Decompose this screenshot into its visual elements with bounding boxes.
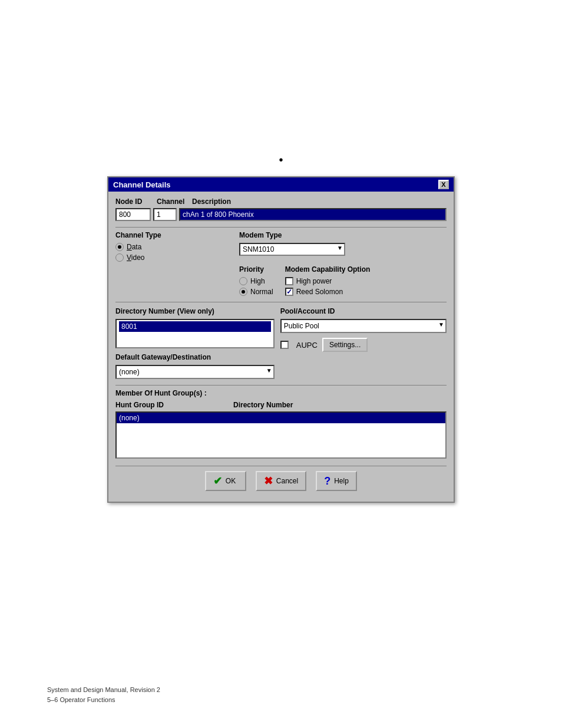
hunt-group-section: Member Of Hunt Group(s) : Hunt Group ID … [115, 385, 447, 459]
bullet: • [279, 153, 283, 167]
dialog-body: Node ID Channel Description Channel Type [108, 192, 454, 502]
help-button[interactable]: ? Help [316, 471, 357, 491]
bottom-left-col: Directory Number (View only) 8001 Defaul… [115, 307, 275, 379]
pool-select-wrapper: Public Pool [280, 319, 447, 333]
ok-button[interactable]: ✔ OK [205, 471, 246, 491]
gateway-select-wrapper: (none) [115, 365, 275, 379]
node-id-input[interactable] [115, 208, 151, 221]
hunt-group-id-header: Hunt Group ID [115, 401, 233, 409]
footer-line2: 5–6 Operator Functions [47, 695, 160, 705]
pool-account-select[interactable]: Public Pool [280, 319, 447, 333]
channel-type-label: Channel Type [115, 231, 233, 239]
radio-video-label: Video [127, 253, 144, 262]
channel-details-dialog: Channel Details X Node ID Channel Descri… [107, 176, 455, 503]
bottom-section: Directory Number (View only) 8001 Defaul… [115, 307, 447, 379]
aupc-checkbox[interactable] [280, 341, 289, 349]
node-id-header: Node ID [115, 197, 157, 206]
cancel-icon: ✖ [264, 475, 273, 487]
button-row: ✔ OK ✖ Cancel ? Help [115, 466, 447, 496]
hunt-columns: Hunt Group ID Directory Number [115, 401, 447, 409]
high-power-option[interactable]: High power [285, 277, 371, 285]
footer: System and Design Manual, Revision 2 5–6… [47, 685, 160, 704]
help-label: Help [334, 477, 349, 485]
priority-label: Priority [239, 265, 273, 274]
cancel-label: Cancel [276, 477, 298, 485]
high-power-checkbox[interactable] [285, 277, 293, 285]
priority-normal-label: Normal [250, 288, 273, 296]
modem-type-select[interactable]: SNM1010 [239, 243, 345, 256]
channel-input[interactable] [153, 208, 177, 221]
footer-line1: System and Design Manual, Revision 2 [47, 685, 160, 695]
radio-data-label: DDataata [127, 243, 141, 251]
modem-type-select-wrapper: SNM1010 [239, 243, 345, 256]
reed-solomon-label: Reed Solomon [296, 288, 343, 296]
dialog-titlebar: Channel Details X [108, 177, 454, 192]
modem-type-label: Modem Type [239, 231, 447, 239]
channel-modem-row: Channel Type DDataata Video [115, 231, 447, 298]
pool-account-label: Pool/Account ID [280, 307, 447, 315]
description-input[interactable] [179, 208, 447, 221]
cancel-button[interactable]: ✖ Cancel [256, 471, 306, 491]
gateway-section: Default Gateway/Destination (none) [115, 353, 275, 379]
channel-type-section: Channel Type DDataata Video [115, 231, 233, 298]
column-headers: Node ID Channel Description [115, 197, 447, 206]
ok-label: OK [226, 477, 236, 485]
radio-data-option[interactable]: DDataata [115, 243, 233, 251]
high-power-label: High power [296, 277, 332, 285]
help-icon: ? [324, 475, 330, 487]
description-header: Description [192, 197, 447, 206]
priority-normal-option[interactable]: Normal [239, 288, 273, 296]
channel-header: Channel [157, 197, 192, 206]
dir-number-value: 8001 [119, 321, 271, 332]
modem-capability-label: Modem Capability Option [285, 265, 371, 274]
priority-high-option[interactable]: High [239, 277, 273, 285]
priority-high-label: High [250, 277, 265, 285]
aupc-label: AUPC [296, 341, 318, 350]
bottom-right-col: Pool/Account ID Public Pool AUPC Setting… [280, 307, 447, 379]
divider1 [115, 227, 447, 228]
priority-high-dot[interactable] [239, 277, 247, 285]
reed-solomon-checkbox[interactable] [285, 288, 293, 296]
gateway-label: Default Gateway/Destination [115, 353, 275, 361]
modem-capability-section: Modem Capability Option High power Reed … [285, 265, 371, 298]
modem-type-section: Modem Type SNM1010 Priority High [239, 231, 447, 298]
dialog-title: Channel Details [113, 180, 171, 189]
reed-solomon-option[interactable]: Reed Solomon [285, 288, 371, 296]
settings-button[interactable]: Settings... [322, 338, 368, 352]
gateway-select[interactable]: (none) [115, 365, 275, 379]
close-button[interactable]: X [438, 180, 449, 189]
hunt-list: (none) [115, 411, 447, 459]
radio-data-dot[interactable] [115, 243, 124, 251]
hunt-dir-number-header: Directory Number [233, 401, 447, 409]
priority-section: Priority High Normal [239, 265, 273, 298]
hunt-none-item: (none) [117, 413, 445, 423]
radio-video-option[interactable]: Video [115, 253, 233, 262]
aupc-row: AUPC Settings... [280, 338, 447, 352]
page-content: • Channel Details X Node ID Channel Desc… [0, 0, 562, 503]
radio-video-dot[interactable] [115, 253, 124, 262]
ok-icon: ✔ [213, 475, 222, 487]
dir-number-box: 8001 [115, 319, 275, 348]
divider2 [115, 302, 447, 302]
input-row [115, 208, 447, 221]
priority-normal-dot[interactable] [239, 288, 247, 296]
dir-number-label: Directory Number (View only) [115, 307, 275, 315]
hunt-group-main-label: Member Of Hunt Group(s) : [115, 389, 447, 397]
